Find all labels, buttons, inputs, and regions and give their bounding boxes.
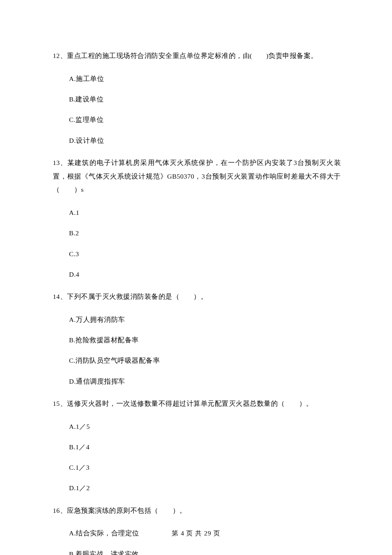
question: 15、送修灭火器时，一次送修数量不得超过计算单元配置灭火器总数量的（ ）。A.1… [53, 397, 341, 493]
page-content: 12、重点工程的施工现场符合消防安全重点单位界定标准的，由( )负责申报备案。A… [0, 0, 392, 555]
question-stem: 16、应急预案演练的原则不包括（ ）。 [53, 504, 341, 517]
question-stem: 15、送修灭火器时，一次送修数量不得超过计算单元配置灭火器总数量的（ ）。 [53, 397, 341, 410]
page-footer: 第 4 页 共 29 页 [0, 529, 392, 538]
question-option: B.2 [53, 228, 341, 238]
question-option: D.1／2 [53, 483, 341, 493]
question-option: A.1／5 [53, 422, 341, 431]
question-option: B.抢险救援器材配备率 [53, 335, 341, 345]
question-option: C.3 [53, 249, 341, 259]
question: 14、下列不属于灭火救援消防装备的是（ ）。A.万人拥有消防车B.抢险救援器材配… [53, 290, 341, 386]
question-option: A.施工单位 [53, 74, 341, 84]
question-option: A.万人拥有消防车 [53, 315, 341, 324]
question-stem: 12、重点工程的施工现场符合消防安全重点单位界定标准的，由( )负责申报备案。 [53, 49, 341, 63]
question-stem: 13、某建筑的电子计算机房采用气体灭火系统保护，在一个防护区内安装了3台预制灭火… [53, 156, 341, 197]
question-option: C.消防队员空气呼吸器配备率 [53, 356, 341, 365]
question: 13、某建筑的电子计算机房采用气体灭火系统保护，在一个防护区内安装了3台预制灭火… [53, 156, 341, 279]
question: 12、重点工程的施工现场符合消防安全重点单位界定标准的，由( )负责申报备案。A… [53, 49, 341, 145]
question-option: A.1 [53, 208, 341, 217]
question-option: D.设计单位 [53, 136, 341, 145]
question-option: C.1／3 [53, 462, 341, 472]
question-option: C.监理单位 [53, 115, 341, 124]
question-option: B.建设单位 [53, 94, 341, 104]
question-option: D.通信调度指挥车 [53, 376, 341, 386]
question-option: B.着眼实战，讲求实效 [53, 549, 341, 555]
question-option: B.1／4 [53, 442, 341, 452]
question-stem: 14、下列不属于灭火救援消防装备的是（ ）。 [53, 290, 341, 304]
question-option: D.4 [53, 269, 341, 279]
